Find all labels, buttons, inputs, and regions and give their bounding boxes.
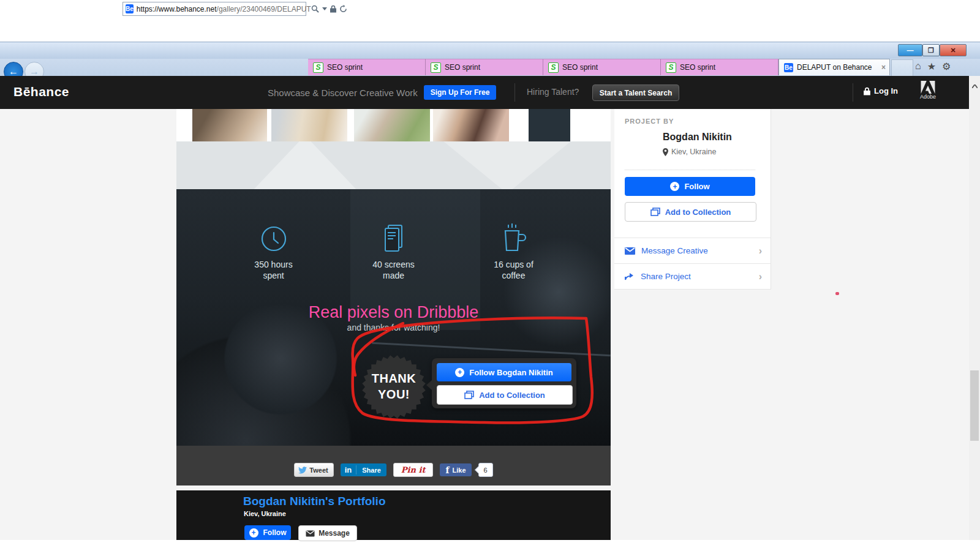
footer-follow-button[interactable]: + Follow bbox=[244, 525, 291, 540]
row-label: Share Project bbox=[641, 272, 691, 281]
portrait-photo bbox=[354, 109, 430, 141]
favorites-star-icon[interactable]: ★ bbox=[927, 61, 936, 72]
dark-tile bbox=[529, 109, 570, 141]
tab-seo-sprint-2[interactable]: S SEO sprint bbox=[426, 59, 543, 75]
location-pin-icon bbox=[663, 148, 668, 156]
creator-location: Kiev, Ukraine bbox=[663, 148, 716, 156]
social-share-bar: Tweet in Share Pin it f Like 6 bbox=[176, 446, 611, 485]
tab-label: DELAPUT on Behance bbox=[797, 63, 872, 72]
avatar[interactable] bbox=[188, 496, 236, 540]
share-project-row[interactable]: Share Project › bbox=[614, 264, 771, 290]
collection-icon bbox=[464, 391, 474, 399]
behance-header: Bēhance Showcase & Discover Creative Wor… bbox=[0, 76, 980, 109]
lock-icon bbox=[330, 5, 336, 13]
thank-you-badge: THANK YOU! bbox=[361, 354, 426, 419]
tab-delaput-active[interactable]: Be DELAPUT on Behance × bbox=[778, 59, 890, 75]
chevron-right-icon: › bbox=[759, 246, 762, 257]
login-label: Log In bbox=[874, 86, 898, 96]
avatar[interactable] bbox=[625, 132, 655, 162]
envelope-icon bbox=[306, 530, 315, 537]
close-button[interactable]: ✕ bbox=[940, 44, 967, 56]
footer-message-button[interactable]: Message bbox=[298, 525, 357, 541]
header-tagline: Showcase & Discover Creative Work bbox=[268, 88, 418, 98]
adobe-a-icon bbox=[921, 81, 935, 94]
message-label: Message bbox=[318, 529, 350, 538]
follow-label: Follow bbox=[684, 182, 709, 191]
new-tab-button[interactable] bbox=[891, 59, 913, 77]
scroll-up-icon[interactable] bbox=[969, 81, 980, 92]
scrollbar-track[interactable] bbox=[969, 76, 980, 540]
stat-line2: coffee bbox=[477, 270, 551, 281]
seo-sprint-icon: S bbox=[548, 62, 559, 73]
like-count-badge: 6 bbox=[478, 463, 493, 477]
pinterest-pin-button[interactable]: Pin it bbox=[393, 463, 434, 477]
share-icon bbox=[625, 272, 635, 280]
screens-icon bbox=[357, 225, 431, 252]
stat-screens: 40 screens made bbox=[357, 225, 431, 281]
header-divider bbox=[514, 83, 515, 102]
add-to-collection-button[interactable]: Add to Collection bbox=[437, 385, 573, 405]
plus-icon: + bbox=[455, 368, 464, 377]
url-domain: https://www.behance.net bbox=[137, 5, 217, 13]
hiring-talent-link[interactable]: Hiring Talent? bbox=[527, 87, 579, 97]
twitter-bird-icon bbox=[298, 467, 307, 474]
cta-pointer bbox=[426, 380, 432, 390]
behance-favicon: Be bbox=[126, 4, 134, 13]
project-artwork: 350 hours spent 40 screens made bbox=[176, 189, 611, 446]
geometric-section bbox=[176, 141, 611, 189]
facebook-like-button[interactable]: f Like bbox=[440, 463, 471, 476]
add-label: Add to Collection bbox=[665, 208, 731, 217]
stat-coffee: 16 cups of coffee bbox=[477, 225, 551, 281]
tab-seo-sprint-3[interactable]: S SEO sprint bbox=[543, 59, 661, 75]
tab-close-icon[interactable]: × bbox=[881, 63, 886, 72]
refresh-icon[interactable] bbox=[339, 5, 347, 13]
settings-gear-icon[interactable]: ⚙ bbox=[942, 61, 951, 72]
stray-annotation-dot bbox=[835, 292, 839, 295]
adobe-logo[interactable]: Adobe bbox=[916, 81, 940, 100]
stat-line2: made bbox=[357, 270, 431, 281]
sign-up-button[interactable]: Sign Up For Free bbox=[424, 85, 496, 100]
coffee-cup-icon bbox=[477, 225, 551, 252]
cta-panel: + Follow Bogdan Nikitin Add to Collectio… bbox=[432, 358, 576, 408]
login-button[interactable]: Log In bbox=[864, 86, 898, 96]
collection-icon bbox=[650, 208, 660, 216]
minimize-button[interactable]: — bbox=[898, 44, 922, 56]
behance-favicon: Be bbox=[784, 63, 793, 72]
adobe-label: Adobe bbox=[920, 94, 936, 100]
tab-seo-sprint-4[interactable]: S SEO sprint bbox=[661, 59, 778, 75]
stat-line1: 40 screens bbox=[357, 259, 431, 270]
artwork-subtitle: and thanks for watching! bbox=[176, 323, 611, 332]
tab-label: SEO sprint bbox=[327, 63, 363, 72]
scrollbar-thumb[interactable] bbox=[970, 370, 979, 441]
tab-label: SEO sprint bbox=[562, 63, 598, 72]
desktop: — ❐ ✕ ← → Be https://www.behance.net/gal… bbox=[0, 0, 980, 551]
portrait-photo bbox=[192, 109, 267, 141]
creator-name-link[interactable]: Bogdan Nikitin bbox=[663, 132, 732, 143]
tab-seo-sprint-1[interactable]: S SEO sprint bbox=[308, 59, 426, 75]
dropdown-caret-icon[interactable] bbox=[322, 7, 327, 10]
clock-icon bbox=[237, 225, 311, 252]
badge-text: THANK bbox=[361, 370, 426, 386]
envelope-icon bbox=[625, 247, 635, 255]
portfolio-title-link[interactable]: Bogdan Nikitin's Portfolio bbox=[243, 495, 386, 508]
sidebar-follow-button[interactable]: + Follow bbox=[625, 177, 755, 196]
restore-button[interactable]: ❐ bbox=[922, 44, 940, 56]
tweet-label: Tweet bbox=[309, 467, 328, 474]
project-stats: 350 hours spent 40 screens made bbox=[176, 225, 611, 281]
message-creative-row[interactable]: Message Creative › bbox=[614, 238, 771, 264]
talent-search-button[interactable]: Start a Talent Search bbox=[592, 84, 679, 101]
sidebar-add-to-collection-button[interactable]: Add to Collection bbox=[625, 202, 756, 222]
lock-icon bbox=[864, 87, 870, 96]
like-count: 6 bbox=[484, 467, 488, 474]
linkedin-share-button[interactable]: in Share bbox=[341, 463, 386, 476]
search-icon[interactable] bbox=[311, 5, 319, 13]
tweet-button[interactable]: Tweet bbox=[294, 463, 333, 477]
stat-line1: 16 cups of bbox=[477, 259, 551, 270]
artwork-title: Real pixels on Dribbble bbox=[176, 303, 611, 322]
home-icon[interactable]: ⌂ bbox=[915, 61, 921, 72]
follow-bogdan-button[interactable]: + Follow Bogdan Nikitin bbox=[437, 363, 571, 381]
window-titlebar[interactable]: — ❐ ✕ bbox=[0, 42, 980, 59]
address-bar[interactable]: Be https://www.behance.net/gallery/23400… bbox=[123, 2, 306, 16]
facebook-icon: f bbox=[445, 465, 449, 475]
behance-logo[interactable]: Bēhance bbox=[13, 84, 69, 99]
